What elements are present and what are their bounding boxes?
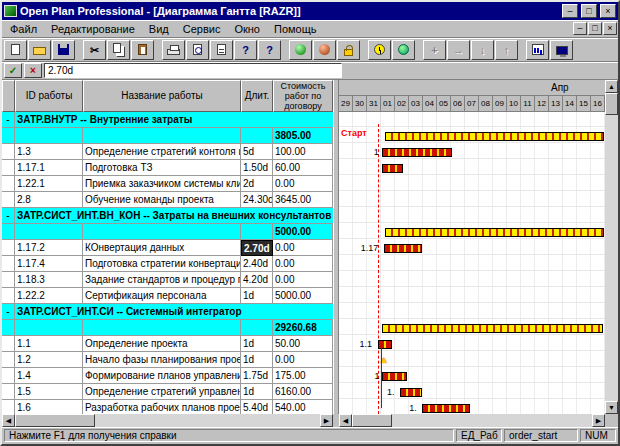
mdi-minimize-button[interactable]: – (573, 22, 587, 35)
scroll-up-icon[interactable]: ▲ (605, 80, 618, 93)
restore-button[interactable]: □ (581, 4, 597, 18)
cell-duration: 2.70d (241, 240, 273, 256)
table-row[interactable]: 1.17.4Подготовка стратегии конвертации2.… (2, 256, 333, 272)
table-row[interactable]: 1.4Формирование планов управления1.75d17… (2, 368, 333, 384)
report-icon (217, 44, 226, 55)
time-analysis-button[interactable] (368, 40, 391, 60)
time-now-button[interactable] (289, 40, 312, 60)
table-row[interactable]: 1.17.1Подготовка ТЗ1.50d60.00 (2, 160, 333, 176)
menu-item[interactable]: Помощь (267, 21, 324, 37)
cell-activity-id: 1.6 (15, 400, 83, 414)
header-id[interactable]: ID работы (15, 80, 83, 112)
table-row[interactable]: 5000.00 (2, 224, 333, 240)
gantt-bar[interactable] (384, 244, 422, 253)
scroll-left-icon[interactable]: ◀ (339, 414, 352, 427)
vertical-scroll-track[interactable] (605, 115, 618, 401)
gantt-bar[interactable] (385, 228, 603, 237)
menu-item[interactable]: Сервис (176, 21, 228, 37)
table-row[interactable]: 1.22.2Сертификация персонала1d5000.00 (2, 288, 333, 304)
header-name[interactable]: Название работы (83, 80, 241, 112)
lock-button[interactable] (337, 40, 360, 60)
header-duration[interactable]: Длит. (241, 80, 273, 112)
gantt-bar[interactable] (385, 132, 603, 141)
close-button[interactable]: × (600, 4, 616, 18)
save-button[interactable] (52, 40, 75, 60)
table-row[interactable]: 2.8Обучение команды проекта24.30d3645.00 (2, 192, 333, 208)
menu-item[interactable]: Файл (3, 21, 44, 37)
cell-edit-input[interactable] (44, 63, 342, 78)
context-help-button[interactable]: ? (258, 40, 281, 60)
cell-cost: 0.00 (273, 256, 333, 272)
minimize-button[interactable]: – (562, 4, 578, 18)
gantt-bar[interactable] (422, 404, 470, 413)
scroll-left-icon[interactable]: ◀ (2, 414, 15, 427)
copy-button[interactable] (107, 40, 130, 60)
gantt-bar[interactable] (382, 324, 603, 333)
gantt-bar[interactable] (382, 164, 403, 173)
scroll-right-icon[interactable]: ▶ (320, 414, 333, 427)
chart-icon (532, 44, 544, 55)
accept-edit-button[interactable]: ✓ (4, 63, 22, 78)
gantt-bar[interactable] (400, 388, 422, 397)
gantt-bar[interactable] (378, 340, 392, 349)
header-cost[interactable]: Стоимость работ по договору (273, 80, 333, 112)
gantt-hscroll-thumb[interactable] (352, 414, 392, 427)
table-row[interactable]: 1.1Определение проекта1d50.00 (2, 336, 333, 352)
table-row[interactable]: 1.22.1Приемка заказчиком системы клиент2… (2, 176, 333, 192)
vertical-scrollbar[interactable]: ▲ ▼ (605, 80, 618, 414)
link-activities-button[interactable]: → (447, 40, 470, 60)
gantt-bar[interactable] (382, 148, 452, 157)
row-gutter (2, 176, 15, 192)
table-row[interactable]: -ЗАТР.СИСТ_ИНТ.СИ -- Системный интеграто… (2, 304, 333, 320)
menu-list: ФайлРедактированиеВидСервисОкноПомощь (3, 21, 573, 37)
paste-button[interactable] (131, 40, 154, 60)
reports-button[interactable] (210, 40, 233, 60)
open-button[interactable] (28, 40, 51, 60)
table-row[interactable]: 3805.00 (2, 128, 333, 144)
table-row[interactable]: 1.2Начало фазы планирования проекта1d0.0… (2, 352, 333, 368)
table-row[interactable]: 1.18.3Задание стандартов и процедур по д… (2, 272, 333, 288)
baseline-button[interactable] (313, 40, 336, 60)
gantt-bar[interactable] (382, 372, 407, 381)
gantt-hscrollbar[interactable]: ◀ ▶ (339, 414, 605, 427)
scroll-down-icon[interactable]: ▼ (605, 401, 618, 414)
add-activity-button[interactable]: + (423, 40, 446, 60)
vertical-scroll-thumb[interactable] (605, 93, 618, 115)
row-gutter (2, 352, 15, 368)
print-button[interactable] (162, 40, 185, 60)
table-row[interactable]: 29260.68 (2, 320, 333, 336)
gantt-hscroll-track[interactable] (392, 414, 592, 427)
table-hscroll-thumb[interactable] (15, 414, 95, 427)
cell-activity-id (15, 128, 83, 144)
mdi-restore-button[interactable]: □ (588, 22, 602, 35)
app-icon[interactable] (4, 5, 17, 17)
table-row[interactable]: -ЗАТР.ВНУТР -- Внутренние затраты (2, 112, 333, 128)
table-hscroll-track[interactable] (95, 414, 320, 427)
cancel-edit-button[interactable]: × (24, 63, 42, 78)
table-row[interactable]: 1.3Определение стратегий контоля и отч5d… (2, 144, 333, 160)
table-row[interactable]: -ЗАТР.СИСТ_ИНТ.ВН_КОН -- Затраты на внеш… (2, 208, 333, 224)
menu-item[interactable]: Редактирование (44, 21, 142, 37)
help-button[interactable]: ? (234, 40, 257, 60)
month-label: Апр (551, 82, 569, 93)
table-hscrollbar[interactable]: ◀ ▶ (2, 414, 333, 427)
table-row[interactable]: 1.5Определение стратегий управления и1d6… (2, 384, 333, 400)
print-preview-button[interactable] (186, 40, 209, 60)
row-gutter (2, 400, 15, 414)
move-up-button[interactable]: ↑ (495, 40, 518, 60)
codes-button[interactable] (550, 40, 573, 60)
resource-scheduling-button[interactable] (392, 40, 415, 60)
move-down-button[interactable]: ↓ (471, 40, 494, 60)
new-button[interactable] (4, 40, 27, 60)
status-bar: Нажмите F1 для получения справки ЕД_Раб … (2, 427, 618, 444)
menu-item[interactable]: Вид (142, 21, 176, 37)
menu-item[interactable]: Окно (227, 21, 267, 37)
day-column-header: 11 (521, 96, 535, 111)
scroll-right-icon[interactable]: ▶ (592, 414, 605, 427)
cut-button[interactable]: ✂ (83, 40, 106, 60)
cell-activity-name (83, 128, 241, 144)
table-row[interactable]: 1.17.2КОнвертация данных2.70d0.00 (2, 240, 333, 256)
table-row[interactable]: 1.6Разработка рабочих планов проекта5.40… (2, 400, 333, 414)
views-button[interactable] (526, 40, 549, 60)
mdi-close-button[interactable]: × (603, 22, 617, 35)
